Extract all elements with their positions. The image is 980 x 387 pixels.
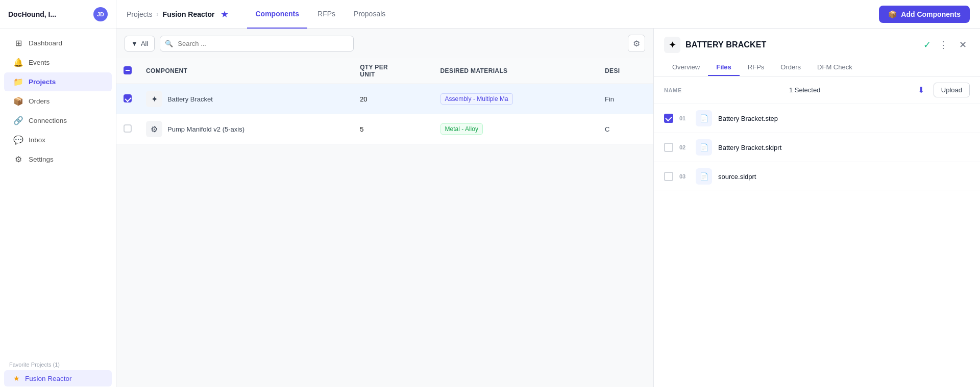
upload-button[interactable]: Upload xyxy=(934,83,970,97)
components-table: Component QTY perunit Desired Materials … xyxy=(116,58,653,144)
file-number: 01 xyxy=(679,115,690,121)
nav-icon-dashboard: ⊞ xyxy=(13,38,23,48)
nav-label-events: Events xyxy=(29,59,50,66)
sidebar-item-projects[interactable]: 📁 Projects xyxy=(4,72,112,91)
component-icon: ⚙ xyxy=(146,121,162,137)
row-component: ⚙ Pump Manifold v2 (5-axis) xyxy=(139,114,353,144)
upload-label: Upload xyxy=(941,86,962,94)
table-wrapper: Component QTY perunit Desired Materials … xyxy=(116,58,653,387)
file-icon: 📄 xyxy=(696,168,712,185)
topbar: Projects › Fusion Reactor ★ ComponentsRF… xyxy=(116,0,980,29)
sidebar-item-dashboard[interactable]: ⊞ Dashboard xyxy=(4,34,112,53)
component-name: Battery Bracket xyxy=(167,95,213,103)
detail-header: ✦ BATTERY BRACKET ✓ ⋮ ✕ OverviewFilesRFP… xyxy=(654,29,980,76)
nav-icon-events: 🔔 xyxy=(13,58,23,67)
detail-menu-button[interactable]: ⋮ xyxy=(936,38,950,52)
favorite-label-fusion-reactor: Fusion Reactor xyxy=(25,375,72,382)
files-selected-count: 1 Selected xyxy=(789,86,909,94)
download-button[interactable]: ⬇ xyxy=(914,83,928,97)
row-material: Assembly - Multiple Ma xyxy=(433,84,598,114)
detail-tab-files[interactable]: Files xyxy=(708,59,740,76)
favorites-section-label: Favorite Projects (1) xyxy=(0,355,116,370)
detail-tab-rfps[interactable]: RFPs xyxy=(740,59,773,76)
search-icon: 🔍 xyxy=(165,40,173,47)
table-row[interactable]: ✦ Battery Bracket 20 Assembly - Multiple… xyxy=(116,84,653,114)
tab-components[interactable]: Components xyxy=(247,0,307,29)
sidebar-item-connections[interactable]: 🔗 Connections xyxy=(4,111,112,130)
close-icon: ✕ xyxy=(959,39,967,50)
file-number: 03 xyxy=(679,173,690,179)
table-settings-button[interactable]: ⚙ xyxy=(628,35,645,52)
header-desired: Desi xyxy=(598,58,653,84)
sidebar-item-events[interactable]: 🔔 Events xyxy=(4,53,112,72)
content-area: ▼ All 🔍 ⚙ xyxy=(116,29,980,387)
sidebar-header: DocHound, I... JD xyxy=(0,0,116,29)
nav-icon-projects: 📁 xyxy=(13,77,23,87)
add-components-button[interactable]: 📦 Add Components xyxy=(879,6,970,23)
files-name-col: NAME xyxy=(664,87,784,93)
tab-proposals[interactable]: Proposals xyxy=(346,0,394,29)
star-icon[interactable]: ★ xyxy=(220,9,229,20)
select-all-checkbox[interactable] xyxy=(124,66,132,74)
file-checkbox[interactable] xyxy=(664,143,673,152)
breadcrumb-projects[interactable]: Projects xyxy=(127,10,153,18)
header-materials: Desired Materials xyxy=(433,58,598,84)
detail-tab-orders[interactable]: Orders xyxy=(772,59,809,76)
sidebar-item-settings[interactable]: ⚙ Settings xyxy=(4,150,112,169)
filter-icon: ▼ xyxy=(131,40,138,47)
detail-panel: ✦ BATTERY BRACKET ✓ ⋮ ✕ OverviewFilesRFP… xyxy=(653,29,980,387)
file-checkbox[interactable] xyxy=(664,114,673,123)
detail-title: BATTERY BRACKET xyxy=(685,40,918,49)
add-components-label: Add Components xyxy=(901,10,961,18)
component-name: Pump Manifold v2 (5-axis) xyxy=(167,125,244,133)
favorites-list: ★ Fusion Reactor xyxy=(0,370,116,387)
breadcrumb-current: Fusion Reactor xyxy=(163,10,215,18)
header-checkbox-cell xyxy=(116,58,139,84)
favorite-item-fusion-reactor[interactable]: ★ Fusion Reactor xyxy=(4,370,112,386)
detail-tab-dfm-check[interactable]: DFM Check xyxy=(809,59,861,76)
file-icon: 📄 xyxy=(696,139,712,156)
nav-label-dashboard: Dashboard xyxy=(29,39,62,47)
search-input[interactable] xyxy=(160,36,354,51)
file-row: 02 📄 Battery Bracket.sldprt xyxy=(654,133,980,162)
nav-icon-inbox: 💬 xyxy=(13,135,23,145)
nav-label-projects: Projects xyxy=(29,78,56,86)
file-row: 01 📄 Battery Bracket.step xyxy=(654,104,980,133)
filter-label: All xyxy=(141,40,148,47)
detail-icon-glyph: ✦ xyxy=(669,39,676,50)
table-toolbar: ▼ All 🔍 ⚙ xyxy=(116,29,653,58)
detail-close-button[interactable]: ✕ xyxy=(955,38,970,52)
sidebar-item-inbox[interactable]: 💬 Inbox xyxy=(4,131,112,149)
ellipsis-icon: ⋮ xyxy=(939,39,948,50)
search-box: 🔍 xyxy=(160,36,354,51)
tab-rfps[interactable]: RFPs xyxy=(309,0,344,29)
sidebar-nav: ⊞ Dashboard🔔 Events📁 Projects📦 Orders🔗 C… xyxy=(0,29,116,355)
row-checkbox[interactable] xyxy=(124,94,132,102)
nav-label-inbox: Inbox xyxy=(29,136,45,144)
table-row[interactable]: ⚙ Pump Manifold v2 (5-axis) 5 Metal - Al… xyxy=(116,114,653,144)
nav-label-settings: Settings xyxy=(29,156,54,163)
file-row: 03 📄 source.sldprt xyxy=(654,162,980,191)
row-checkbox-cell[interactable] xyxy=(116,114,139,144)
row-qty: 20 xyxy=(353,84,433,114)
row-checkbox[interactable] xyxy=(124,124,132,133)
nav-icon-connections: 🔗 xyxy=(13,116,23,125)
table-header-row: Component QTY perunit Desired Materials … xyxy=(116,58,653,84)
row-desired: C xyxy=(598,114,653,144)
detail-tab-overview[interactable]: Overview xyxy=(664,59,708,76)
file-checkbox[interactable] xyxy=(664,172,673,181)
detail-component-icon: ✦ xyxy=(664,37,680,53)
breadcrumb-chevron-icon: › xyxy=(157,11,159,18)
download-icon: ⬇ xyxy=(918,85,924,95)
breadcrumb: Projects › Fusion Reactor ★ xyxy=(127,9,229,20)
row-checkbox-cell[interactable] xyxy=(116,84,139,114)
files-panel: NAME 1 Selected ⬇ Upload 01 📄 Battery Br… xyxy=(654,76,980,387)
sidebar-item-orders[interactable]: 📦 Orders xyxy=(4,92,112,111)
filter-button[interactable]: ▼ All xyxy=(125,36,155,51)
row-qty: 5 xyxy=(353,114,433,144)
detail-title-row: ✦ BATTERY BRACKET ✓ ⋮ ✕ xyxy=(664,37,970,53)
header-component: Component xyxy=(139,58,353,84)
avatar[interactable]: JD xyxy=(93,7,108,21)
row-material: Metal - Alloy xyxy=(433,114,598,144)
row-desired: Fin xyxy=(598,84,653,114)
